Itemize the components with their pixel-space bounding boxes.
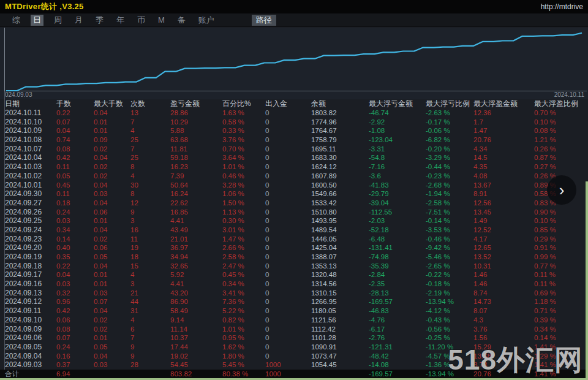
table-cell: 0.07 [94, 297, 130, 306]
menu-item-3[interactable]: 月 [72, 15, 85, 26]
table-cell: 0.02 [94, 325, 130, 334]
table-cell: 13 [130, 108, 170, 118]
column-header-7: 余额 [311, 99, 369, 108]
table-row: 2024.09.170.040.0145.920.45 %01320.48-2.… [0, 270, 588, 279]
table-cell: 44 [130, 297, 170, 306]
table-cell: 2024.09.25 [5, 216, 56, 226]
table-cell: 2024.09.09 [5, 325, 56, 334]
table-cell: 2024.10.01 [5, 181, 56, 190]
table-row: 2024.10.040.420.042559.183.64 %01683.30-… [0, 153, 588, 162]
table-cell: 0.37 [56, 360, 94, 370]
table-cell: 1266.95 [311, 297, 369, 306]
menu-item-7[interactable]: M [156, 15, 167, 26]
table-cell: 3 [130, 216, 170, 226]
table-cell: -3.31 [369, 145, 426, 154]
table-cell: 12 [130, 199, 170, 208]
column-header-3: 次数 [130, 99, 170, 108]
table-cell: 7 [130, 333, 170, 343]
table-cell: 0 [265, 108, 311, 118]
table-cell: 1314.56 [311, 279, 369, 289]
table-cell: 2024.09.24 [5, 226, 56, 235]
column-header-5: 百分比% [222, 99, 265, 108]
table-cell: 0.03 [94, 189, 130, 199]
menu-item-5[interactable]: 年 [114, 15, 127, 26]
table-cell: 31 [130, 306, 170, 316]
equity-chart: 024.09.03 2024.10.11 [0, 28, 588, 99]
menu-item-1[interactable]: 日 [31, 15, 43, 26]
table-cell: 0.45 [56, 181, 94, 190]
table-cell: 0 [265, 243, 311, 253]
table-cell: 4.17 [473, 235, 534, 244]
table-cell: 0 [265, 216, 311, 226]
table-cell: 8.91 [473, 189, 534, 199]
total-cell: 1000 [265, 370, 311, 379]
table-cell: -2.68 % [426, 181, 473, 190]
next-page-button[interactable]: › [547, 175, 576, 205]
table-cell: 0.85 % [534, 226, 583, 235]
table-cell: 0.06 [94, 208, 130, 217]
menu-item-4[interactable]: 季 [93, 15, 106, 26]
table-cell: 2024.09.30 [5, 189, 56, 199]
table-cell: 1388.07 [311, 253, 369, 262]
table-cell: -0.18 % [426, 279, 473, 289]
table-cell: 1073.47 [311, 352, 369, 361]
column-header-11: 最大浮盈比例 [534, 99, 583, 108]
menu-item-8[interactable]: 备 [175, 15, 188, 26]
menu-item-0[interactable]: 综 [10, 15, 23, 26]
table-cell: 0.71 % [534, 306, 583, 316]
table-cell: 1.18 % [534, 297, 583, 306]
menu-item-2[interactable]: 周 [51, 15, 64, 26]
table-row: 2024.09.240.340.041643.493.01 %01489.54-… [0, 226, 588, 235]
table-cell: -2.76 [369, 333, 426, 343]
table-row: 2024.10.010.450.043050.643.28 %01600.50-… [0, 181, 588, 190]
table-cell: 4 [130, 172, 170, 181]
table-cell: 0.11 % [534, 270, 583, 279]
table-cell: 4.34 [473, 145, 534, 154]
table-cell: 0.77 % [534, 262, 583, 271]
menu-item-6[interactable]: 币 [135, 15, 148, 26]
table-cell: 0.07 [56, 118, 94, 127]
table-cell: 0.06 [94, 243, 130, 253]
table-cell: 0.01 [94, 118, 130, 127]
total-cell [94, 370, 130, 379]
menu-item-9[interactable]: 账户 [196, 15, 217, 26]
table-cell: 0.42 [56, 306, 94, 316]
table-cell: -5.46 % [426, 253, 473, 262]
table-cell: -3.6 [369, 172, 426, 181]
table-cell: 2024.10.07 [5, 145, 56, 154]
table-cell: -52.18 [369, 226, 426, 235]
table-cell: 20.76 [473, 135, 534, 145]
table-cell: 0.96 [56, 297, 94, 306]
table-cell: 7.39 [170, 172, 222, 181]
table-cell: -41.83 [369, 181, 426, 190]
table-cell: 1310.15 [311, 289, 369, 298]
table-cell: 1.63 % [222, 108, 265, 118]
table-cell: -6.82 % [426, 135, 473, 145]
table-cell: -2.58 % [426, 199, 473, 208]
table-cell: 4.35 [473, 162, 534, 172]
table-row: 2024.10.070.080.02711.810.70 %01695.11-3… [0, 145, 588, 154]
table-cell: 2.66 % [222, 243, 265, 253]
table-row: 2024.09.260.240.06916.851.13 %01510.80-1… [0, 208, 588, 217]
table-cell: 2024.10.04 [5, 153, 56, 162]
table-header-row: 日期手数最大手数次数盈亏金额百分比%出入金余额最大浮亏金额最大浮亏比例最大浮盈金… [0, 99, 588, 108]
table-cell: 2024.10.11 [5, 108, 56, 118]
table-cell: 0.02 [94, 172, 130, 181]
table-cell: -46.83 [369, 306, 426, 316]
table-cell: 0 [265, 306, 311, 316]
table-cell: 0.04 [94, 108, 130, 118]
table-cell: 0 [265, 135, 311, 145]
table-cell: 0.34 [56, 226, 94, 235]
table-cell: -2.63 % [426, 108, 473, 118]
table-cell: 1.46 [473, 270, 534, 279]
table-cell: -2.19 % [426, 289, 473, 298]
menu-item-path[interactable]: 路径 [252, 15, 276, 26]
table-cell: -0.06 % [426, 126, 473, 135]
table-cell: 2024.10.08 [5, 135, 56, 145]
table-cell: -3.53 % [426, 226, 473, 235]
table-row: 2024.09.200.400.061936.972.66 %01425.04-… [0, 243, 588, 253]
table-cell: -74.98 [369, 253, 426, 262]
table-cell: -2.84 [369, 270, 426, 279]
table-cell: 17.44 [170, 343, 222, 352]
table-cell: 1.01 % [222, 325, 265, 334]
